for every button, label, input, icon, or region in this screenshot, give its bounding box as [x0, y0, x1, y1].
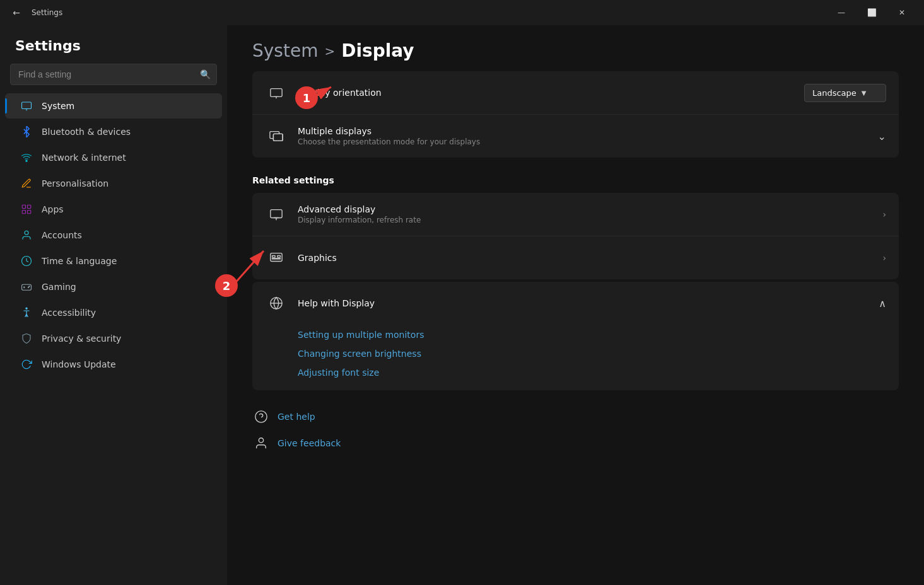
- window-controls: — ⬜ ✕: [827, 3, 916, 23]
- multiple-displays-row[interactable]: Multiple displays Choose the presentatio…: [252, 115, 899, 158]
- graphics-icon: [265, 246, 288, 269]
- advanced-display-icon: [265, 203, 288, 226]
- give-feedback-action[interactable]: Give feedback: [252, 434, 899, 452]
- graphics-action: ›: [882, 253, 886, 263]
- titlebar: ← Settings — ⬜ ✕: [0, 0, 924, 25]
- svg-point-12: [29, 286, 30, 287]
- graphics-content: Graphics: [298, 253, 882, 263]
- search-icon: 🔍: [200, 69, 211, 79]
- nav-icon-accessibility: [20, 306, 33, 319]
- graphics-title: Graphics: [298, 253, 882, 263]
- help-link-font[interactable]: Adjusting font size: [298, 368, 886, 378]
- multiple-displays-title: Multiple displays: [298, 126, 878, 136]
- nav-label-network: Network & internet: [42, 153, 126, 163]
- nav-label-apps: Apps: [42, 204, 64, 214]
- sidebar-item-gaming[interactable]: Gaming: [5, 274, 222, 299]
- sidebar: Settings 🔍 System Bluetooth & devices Ne…: [0, 25, 227, 585]
- search-box: 🔍: [10, 64, 217, 85]
- nav-label-bluetooth: Bluetooth & devices: [42, 127, 131, 137]
- multiple-displays-subtitle: Choose the presentation mode for your di…: [298, 137, 878, 146]
- multiple-displays-content: Multiple displays Choose the presentatio…: [298, 126, 878, 146]
- breadcrumb-separator: >: [324, 43, 335, 59]
- svg-point-11: [28, 287, 28, 287]
- help-link-monitors[interactable]: Setting up multiple monitors: [298, 330, 886, 340]
- help-display-icon: [265, 292, 288, 315]
- display-orientation-title: Display orientation: [298, 88, 804, 98]
- related-settings-label: Related settings: [252, 160, 899, 193]
- sidebar-item-windows-update[interactable]: Windows Update: [5, 352, 222, 377]
- sidebar-item-accounts[interactable]: Accounts: [5, 223, 222, 248]
- nav-label-time: Time & language: [42, 256, 117, 266]
- sidebar-item-bluetooth[interactable]: Bluetooth & devices: [5, 119, 222, 144]
- advanced-display-action: ›: [882, 209, 886, 219]
- nav-label-personalisation: Personalisation: [42, 178, 108, 188]
- sidebar-item-time[interactable]: Time & language: [5, 248, 222, 274]
- svg-rect-20: [271, 210, 282, 218]
- sidebar-item-accessibility[interactable]: Accessibility: [5, 300, 222, 325]
- nav-label-accessibility: Accessibility: [42, 308, 96, 318]
- help-display-header[interactable]: Help with Display ∧: [252, 282, 899, 325]
- nav-label-gaming: Gaming: [42, 282, 76, 292]
- sidebar-item-network[interactable]: Network & internet: [5, 145, 222, 170]
- help-display-title: Help with Display: [298, 298, 879, 308]
- display-orientation-row[interactable]: Display orientation Landscape ▼: [252, 71, 899, 115]
- app-title: Settings: [32, 8, 62, 17]
- nav-icon-apps: [20, 203, 33, 216]
- nav-label-windows-update: Windows Update: [42, 359, 116, 369]
- nav-icon-personalisation: [20, 177, 33, 190]
- get-help-icon: [252, 408, 270, 426]
- sidebar-title: Settings: [0, 25, 227, 59]
- help-links: Setting up multiple monitors Changing sc…: [252, 325, 899, 390]
- svg-rect-7: [28, 211, 31, 214]
- orientation-dropdown[interactable]: Landscape ▼: [804, 84, 886, 102]
- sidebar-item-apps[interactable]: Apps: [5, 197, 222, 222]
- multiple-displays-icon: [265, 125, 288, 148]
- breadcrumb-current: Display: [341, 40, 414, 61]
- svg-rect-14: [271, 89, 282, 97]
- sidebar-item-personalisation[interactable]: Personalisation: [5, 171, 222, 196]
- help-display-card: Help with Display ∧ Setting up multiple …: [252, 282, 899, 390]
- maximize-button[interactable]: ⬜: [857, 3, 886, 23]
- advanced-display-subtitle: Display information, refresh rate: [298, 216, 882, 224]
- svg-point-13: [26, 308, 27, 309]
- minimize-button[interactable]: —: [827, 3, 856, 23]
- close-button[interactable]: ✕: [887, 3, 916, 23]
- display-orientation-icon: [265, 81, 288, 104]
- sidebar-item-privacy[interactable]: Privacy & security: [5, 326, 222, 351]
- related-settings-card: Advanced display Display information, re…: [252, 193, 899, 279]
- svg-rect-18: [273, 134, 283, 141]
- graphics-row[interactable]: Graphics ›: [252, 236, 899, 279]
- get-help-label: Get help: [278, 412, 315, 422]
- titlebar-left: ← Settings: [8, 4, 62, 21]
- advanced-display-row[interactable]: Advanced display Display information, re…: [252, 193, 899, 236]
- svg-point-3: [26, 160, 27, 161]
- content-body: Display orientation Landscape ▼: [227, 71, 924, 477]
- nav-icon-network: [20, 151, 33, 164]
- nav-label-accounts: Accounts: [42, 230, 82, 240]
- help-link-brightness[interactable]: Changing screen brightness: [298, 349, 886, 359]
- give-feedback-icon: [252, 434, 270, 452]
- get-help-action[interactable]: Get help: [252, 408, 899, 426]
- app-container: Settings 🔍 System Bluetooth & devices Ne…: [0, 25, 924, 585]
- svg-rect-4: [22, 205, 25, 208]
- svg-rect-5: [28, 205, 31, 208]
- nav-label-privacy: Privacy & security: [42, 333, 121, 344]
- svg-point-31: [259, 438, 263, 443]
- nav-icon-gaming: [20, 281, 33, 293]
- breadcrumb-parent[interactable]: System: [252, 40, 318, 61]
- breadcrumb: System > Display: [227, 25, 924, 71]
- back-button[interactable]: ←: [8, 4, 25, 21]
- nav-icon-accounts: [20, 229, 33, 241]
- svg-point-29: [255, 411, 267, 422]
- svg-rect-6: [22, 211, 25, 214]
- display-settings-card: Display orientation Landscape ▼: [252, 71, 899, 158]
- help-display-content: Help with Display: [298, 298, 879, 308]
- display-orientation-action: Landscape ▼: [804, 84, 886, 102]
- display-orientation-content: Display orientation: [298, 88, 804, 98]
- give-feedback-label: Give feedback: [278, 438, 341, 448]
- sidebar-item-system[interactable]: System: [5, 93, 222, 119]
- svg-rect-0: [22, 102, 32, 109]
- search-input[interactable]: [10, 64, 217, 85]
- bottom-actions: Get help Give feedback: [252, 393, 899, 452]
- svg-rect-25: [272, 258, 281, 259]
